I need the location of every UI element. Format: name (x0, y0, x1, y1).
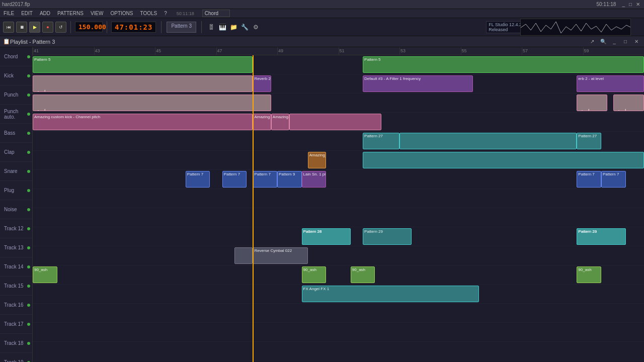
track-label-10[interactable]: Track 13 (0, 238, 32, 257)
pattern-block-36[interactable]: Pattern 29 (577, 228, 625, 245)
maximize-btn[interactable]: □ (627, 2, 634, 7)
track-row-3[interactable]: Amazing custom kick - Channel pitchAmazi… (33, 113, 644, 132)
track-label-5[interactable]: Clap (0, 143, 32, 162)
close-btn[interactable]: ✕ (634, 2, 642, 7)
pattern-block-6[interactable] (33, 95, 271, 111)
track-row-4[interactable]: Pattern 27Pattern 27 (33, 132, 644, 151)
track-row-7[interactable] (33, 189, 644, 208)
pattern-block-35[interactable]: Pattern 29 (363, 228, 412, 245)
pattern-block-24[interactable]: Pattern 7 (601, 171, 626, 188)
pattern-block-22[interactable]: Lain Sn. 1 pitch (302, 171, 327, 188)
track-mute-dot[interactable] (27, 94, 30, 97)
menu-patterns[interactable]: PATTERNS (56, 11, 85, 16)
track-mute-dot[interactable] (27, 304, 30, 307)
pattern-block-16[interactable]: Amazing_plume (308, 152, 326, 168)
track-mute-dot[interactable] (27, 113, 30, 116)
menu-options[interactable]: OPTIONS (109, 11, 134, 16)
pattern-block-2[interactable] (33, 75, 253, 92)
track-row-9[interactable]: Pattern 28Pattern 28Pattern 26Pattern 29… (33, 227, 644, 246)
track-mute-dot[interactable] (27, 151, 30, 154)
pattern-block-12[interactable] (289, 114, 381, 130)
track-mute-dot[interactable] (27, 323, 30, 326)
track-row-15[interactable] (33, 342, 644, 361)
pattern-block-5[interactable]: erb 2 - at level (577, 75, 644, 92)
track-mute-dot[interactable] (27, 285, 30, 288)
track-row-14[interactable] (33, 323, 644, 342)
track-label-14[interactable]: Track 17 (0, 315, 32, 334)
track-row-2[interactable] (33, 94, 644, 113)
browser-icon[interactable]: 📁 (229, 23, 238, 32)
playlist-content[interactable]: 4143454749515355575961 Pattern 5Pattern … (33, 47, 644, 362)
track-mute-dot[interactable] (27, 246, 30, 249)
track-row-1[interactable]: Reverb 2_levelDefault #3 - A Filter 1 fr… (33, 74, 644, 94)
bpm-display[interactable]: 150.000 (75, 22, 103, 32)
play-btn[interactable]: ▶ (29, 22, 40, 33)
chord-input[interactable] (202, 10, 230, 17)
track-label-16[interactable]: Track 19 (0, 353, 32, 362)
pattern-block-28[interactable]: Reverse Cymbal 022 (253, 247, 307, 264)
menu-view[interactable]: VIEW (89, 11, 105, 16)
pattern-block-0[interactable]: Pattern 5 (33, 56, 253, 73)
prev-btn[interactable]: ⏮ (3, 22, 14, 33)
track-row-8[interactable] (33, 208, 644, 227)
record-btn[interactable]: ● (42, 22, 53, 33)
track-label-0[interactable]: Chord (0, 47, 32, 66)
settings-icon[interactable]: ⚙ (251, 23, 260, 32)
menu-file[interactable]: FILE (2, 11, 16, 16)
track-label-4[interactable]: Bass (0, 124, 32, 143)
pattern-block-23[interactable]: Pattern 7 (577, 171, 601, 188)
pattern-block-10[interactable]: Amazing custom kick - Chann. (253, 114, 271, 130)
pattern-block-19[interactable]: Pattern 7 (222, 171, 247, 188)
pattern-block-34[interactable]: Pattern 26 (302, 228, 351, 245)
track-mute-dot[interactable] (27, 208, 30, 211)
track-row-11[interactable]: 90_ash90_ash90_ash90_ash (33, 265, 644, 285)
pattern-block-14[interactable] (399, 133, 577, 149)
pattern-block-30[interactable]: 90_ash (302, 266, 327, 283)
playlist-tool-2[interactable]: 🔍 (599, 37, 608, 46)
piano-roll-icon[interactable]: 🎹 (218, 23, 227, 32)
pattern-block-8[interactable] (613, 95, 644, 111)
playlist-maximize[interactable]: □ (621, 37, 630, 46)
menu-tools[interactable]: TOOLS (138, 11, 158, 16)
track-mute-dot[interactable] (27, 342, 30, 345)
minimize-btn[interactable]: _ (620, 2, 627, 7)
track-row-10[interactable]: Reverse Cymbal 022 (33, 246, 644, 265)
pattern-block-33[interactable]: FX Angel FX 1 (302, 286, 479, 302)
pattern-block-31[interactable]: 90_ash (351, 266, 375, 283)
pattern-block-15[interactable]: Pattern 27 (577, 133, 601, 149)
track-row-13[interactable] (33, 304, 644, 323)
track-row-12[interactable]: FX Angel FX 1 (33, 285, 644, 304)
pattern-block-17[interactable] (363, 152, 644, 168)
track-mute-dot[interactable] (27, 74, 30, 77)
track-mute-dot[interactable] (27, 265, 30, 268)
pattern-block-4[interactable]: Default #3 - A Filter 1 frequency (363, 75, 473, 92)
playlist-minimize[interactable]: _ (610, 37, 619, 46)
track-label-15[interactable]: Track 18 (0, 334, 32, 353)
track-mute-dot[interactable] (27, 55, 30, 58)
pattern-block-9[interactable]: Amazing custom kick - Channel pitch (33, 114, 253, 130)
track-label-9[interactable]: Track 12 (0, 219, 32, 238)
pattern-block-27[interactable] (234, 247, 253, 264)
plugin-icon[interactable]: 🔧 (240, 23, 249, 32)
track-mute-dot[interactable] (27, 170, 30, 173)
pattern-selector[interactable]: Pattern 3 (167, 22, 196, 33)
pattern-block-3[interactable]: Reverb 2_level (253, 75, 271, 92)
pattern-block-11[interactable]: Amazing-1 pitch (271, 114, 289, 130)
pattern-block-1[interactable]: Pattern 5 (363, 56, 644, 73)
playlist-close[interactable]: ✕ (632, 37, 641, 46)
track-label-12[interactable]: Track 15 (0, 277, 32, 296)
pattern-block-21[interactable]: Pattern 9 (277, 171, 302, 188)
playlist-tool-1[interactable]: ↗ (588, 37, 597, 46)
loop-btn[interactable]: ↺ (55, 22, 66, 33)
menu-edit[interactable]: EDIT (20, 11, 34, 16)
track-row-6[interactable]: Pattern 7Pattern 7Pattern 7Pattern 9Lain… (33, 170, 644, 189)
mixer-icon[interactable]: 🎛 (207, 23, 216, 32)
track-label-3[interactable]: Punch auto. (0, 105, 32, 124)
pattern-block-29[interactable]: 90_ash (33, 266, 57, 283)
track-label-13[interactable]: Track 16 (0, 296, 32, 315)
track-mute-dot[interactable] (27, 132, 30, 135)
track-label-7[interactable]: Plug (0, 181, 32, 200)
track-label-1[interactable]: Kick (0, 66, 32, 85)
track-mute-dot[interactable] (27, 227, 30, 230)
pattern-block-7[interactable] (577, 95, 607, 111)
